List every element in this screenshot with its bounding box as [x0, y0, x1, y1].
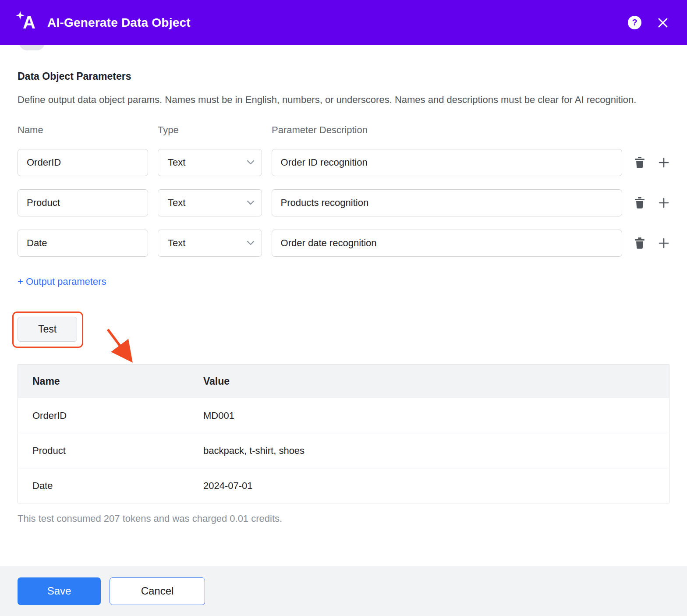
param-type-value: Text [168, 157, 185, 168]
test-cost-note: This test consumed 207 tokens and was ch… [18, 513, 669, 524]
save-button[interactable]: Save [18, 577, 101, 605]
row-actions [634, 237, 669, 249]
add-row-button[interactable] [658, 237, 669, 249]
result-name: Product [18, 445, 189, 457]
result-table-row: OrderID MD001 [18, 398, 669, 433]
add-row-button[interactable] [658, 157, 669, 168]
result-table-header: Name Value [18, 365, 669, 398]
ai-generate-data-object-dialog: A AI-Generate Data Object ? Data Object … [0, 0, 687, 616]
header-actions: ? [628, 16, 669, 29]
result-name: Date [18, 480, 189, 492]
trash-icon [634, 237, 645, 249]
param-type-value: Text [168, 197, 185, 209]
test-result-table: Name Value OrderID MD001 Product backpac… [18, 364, 669, 503]
result-table-row: Product backpack, t-shirt, shoes [18, 433, 669, 468]
plus-icon [658, 197, 669, 209]
param-description-input[interactable] [272, 230, 622, 257]
param-name-input[interactable] [18, 189, 148, 216]
param-type-select[interactable]: Text [158, 189, 262, 216]
param-type-value: Text [168, 237, 185, 249]
toggle-switch-partial[interactable] [19, 45, 45, 50]
plus-icon [658, 237, 669, 249]
result-header-name: Name [18, 375, 189, 387]
param-type-select[interactable]: Text [158, 230, 262, 257]
result-value: MD001 [189, 410, 669, 421]
column-labels: Name Type Parameter Description [18, 124, 669, 136]
chevron-down-icon [247, 241, 255, 246]
param-row: Text [18, 189, 669, 216]
row-actions [634, 197, 669, 209]
delete-row-button[interactable] [634, 157, 645, 168]
param-name-input[interactable] [18, 230, 148, 257]
annotation-arrow-icon [89, 327, 137, 368]
param-row: Text [18, 230, 669, 257]
trash-icon [634, 157, 645, 168]
plus-icon [658, 157, 669, 168]
add-output-parameters-link[interactable]: + Output parameters [18, 276, 106, 287]
close-icon[interactable] [657, 17, 669, 28]
add-row-button[interactable] [658, 197, 669, 209]
chevron-down-icon [247, 200, 255, 205]
dialog-header: A AI-Generate Data Object ? [0, 0, 687, 45]
result-value: backpack, t-shirt, shoes [189, 445, 669, 457]
column-label-name: Name [18, 124, 158, 136]
dialog-title: AI-Generate Data Object [47, 16, 191, 30]
dialog-footer: Save Cancel [0, 566, 687, 616]
test-area: Test [18, 310, 669, 361]
logo-letter: A [23, 14, 35, 31]
section-description: Define output data object params. Names … [18, 91, 669, 109]
result-name: OrderID [18, 410, 189, 421]
column-label-description: Parameter Description [272, 124, 368, 136]
column-label-type: Type [158, 124, 272, 136]
result-value: 2024-07-01 [189, 480, 669, 492]
result-table-row: Date 2024-07-01 [18, 468, 669, 503]
delete-row-button[interactable] [634, 237, 645, 249]
cutoff-toggle-row [19, 45, 669, 52]
section-heading: Data Object Parameters [18, 71, 669, 82]
ai-logo-icon: A [16, 10, 41, 35]
help-icon[interactable]: ? [628, 16, 641, 29]
param-description-input[interactable] [272, 149, 622, 176]
param-row: Text [18, 149, 669, 176]
param-name-input[interactable] [18, 149, 148, 176]
param-description-input[interactable] [272, 189, 622, 216]
param-type-select[interactable]: Text [158, 149, 262, 176]
trash-icon [634, 197, 645, 209]
test-button[interactable]: Test [18, 317, 77, 342]
row-actions [634, 157, 669, 168]
chevron-down-icon [247, 160, 255, 165]
result-header-value: Value [189, 375, 669, 387]
dialog-content: Data Object Parameters Define output dat… [0, 45, 687, 566]
cancel-button[interactable]: Cancel [110, 577, 205, 605]
delete-row-button[interactable] [634, 197, 645, 209]
